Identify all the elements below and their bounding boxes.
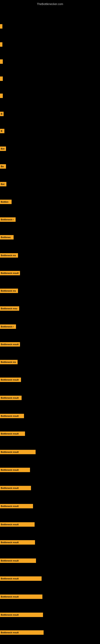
bar-item: Bottleneck res: [0, 253, 18, 258]
bottleneck-bar: Bottlenec: [0, 235, 14, 240]
bottleneck-bar: Bottleneck res: [0, 288, 18, 293]
bottleneck-bar: Bottleneck result: [0, 612, 43, 617]
bar-item: Bottleneck result: [0, 576, 42, 581]
bar-item: Bottleneck result: [0, 432, 25, 436]
bottleneck-bar: Bo: [0, 164, 6, 169]
bar-item: Bottleneck result: [0, 468, 30, 472]
bar-item: Bottleneck result: [0, 504, 33, 508]
bar-item: B: [0, 129, 4, 133]
bar-item: Bottleneck res: [0, 288, 18, 293]
bottleneck-bar: Bottleneck result: [0, 271, 20, 275]
bottleneck-bar: Bottleneck result: [0, 396, 22, 400]
bar-item: Bottleneck r: [0, 217, 16, 222]
bar-item: Bottleneck result: [0, 630, 44, 635]
bottleneck-bar: Bot: [0, 146, 6, 151]
bottleneck-bar: Bottleneck result: [0, 342, 20, 346]
bottleneck-bar: [0, 42, 2, 47]
bar-item: [0, 42, 2, 47]
bottleneck-bar: Bottleneck result: [0, 540, 35, 544]
bottleneck-bar: Bottleneck result: [0, 414, 24, 418]
bottleneck-bar: Bottleneck result: [0, 468, 30, 472]
bar-item: [0, 76, 3, 81]
bar-item: Bot: [0, 146, 6, 151]
bar-item: [0, 24, 2, 28]
bar-item: [0, 59, 3, 64]
bottleneck-bar: Bottleneck result: [0, 576, 42, 581]
bar-item: Bottlenec: [0, 235, 14, 240]
bar-item: Bottleneck resu: [0, 306, 19, 311]
bottleneck-bar: Bottleneck res: [0, 360, 18, 364]
bar-item: Bottlen: [0, 200, 12, 204]
bar-item: Bottleneck res: [0, 360, 18, 364]
bar-item: Bottleneck result: [0, 486, 31, 490]
bar-item: Bottleneck result: [0, 378, 21, 382]
bar-item: Bottleneck result: [0, 414, 24, 418]
bottleneck-bar: B: [0, 129, 4, 133]
bottleneck-bar: Bottlen: [0, 200, 12, 204]
bottleneck-bar: Bottleneck r: [0, 217, 16, 222]
bottleneck-bar: Bottleneck result: [0, 522, 35, 527]
bottleneck-bar: Bottleneck result: [0, 504, 33, 508]
bar-item: [0, 94, 3, 98]
bar-item: Bottleneck result: [0, 522, 35, 527]
bottleneck-bar: [0, 94, 3, 98]
bottleneck-bar: Bot: [0, 182, 6, 186]
bottleneck-bar: [0, 59, 3, 64]
bar-item: Bottleneck result: [0, 271, 20, 275]
bar-item: Bo: [0, 164, 6, 169]
bottleneck-bar: Bottleneck res: [0, 253, 18, 258]
bottleneck-bar: Bottleneck result: [0, 594, 42, 599]
bar-item: Bottleneck result: [0, 396, 22, 400]
bar-item: Bottleneck r: [0, 324, 16, 329]
bottleneck-bar: Bottleneck result: [0, 378, 21, 382]
bottleneck-bar: Bottleneck result: [0, 432, 25, 436]
bar-item: Bottleneck result: [0, 540, 35, 544]
bottleneck-bar: Bottleneck result: [0, 450, 36, 454]
bar-item: Bottleneck result: [0, 558, 36, 563]
bottleneck-bar: Bottleneck resu: [0, 306, 19, 311]
bottleneck-bar: Bottleneck result: [0, 486, 31, 490]
bottleneck-bar: B: [0, 112, 3, 116]
bar-item: Bottleneck result: [0, 342, 20, 346]
bottleneck-bar: [0, 24, 2, 28]
bar-item: Bottleneck result: [0, 594, 42, 599]
site-title: TheBottlenecker.com: [0, 1, 100, 6]
bottleneck-bar: Bottleneck result: [0, 630, 44, 635]
bottleneck-bar: Bottleneck result: [0, 558, 36, 563]
bar-item: Bottleneck result: [0, 612, 43, 617]
bar-item: B: [0, 112, 3, 116]
bar-item: Bot: [0, 182, 6, 186]
bar-item: Bottleneck result: [0, 450, 36, 454]
bottleneck-bar: Bottleneck r: [0, 324, 16, 329]
bottleneck-bar: [0, 76, 3, 81]
